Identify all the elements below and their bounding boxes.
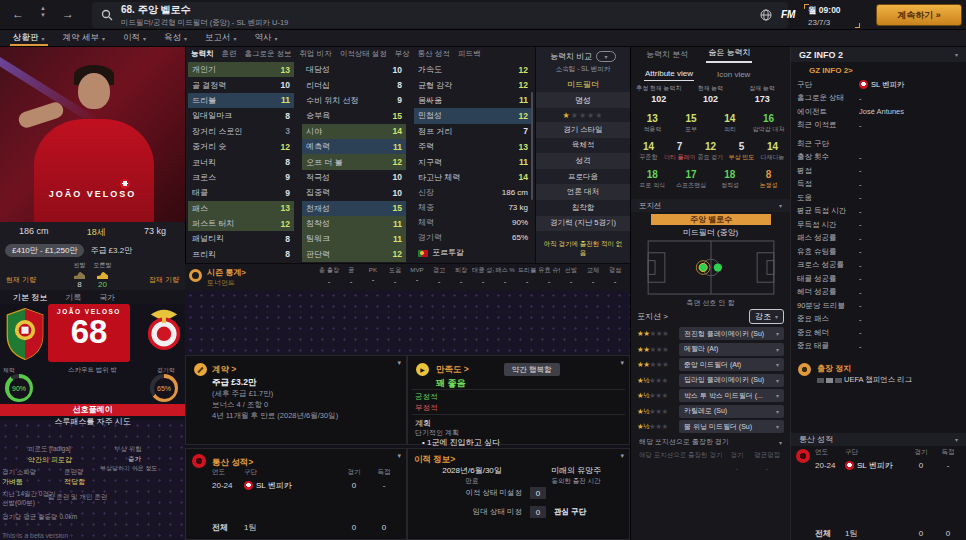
- hidden-attribute[interactable]: 5 부상 빈도: [726, 141, 757, 162]
- attribute-row[interactable]: 오프 더 볼 12: [302, 154, 406, 169]
- hidden-attribute[interactable]: 14 꾸준함: [633, 141, 664, 162]
- attribute-row[interactable]: 골 결정력 10: [188, 77, 294, 92]
- menu-item[interactable]: 이적 ▾: [114, 30, 155, 46]
- compare-dropdown[interactable]: ▾: [596, 51, 616, 62]
- attribute-row[interactable]: 태클 9: [188, 185, 294, 200]
- compare-row[interactable]: 침착함: [536, 200, 630, 216]
- attribute-row[interactable]: 패널티킥 8: [188, 231, 294, 246]
- attribute-row[interactable]: 침착성 11: [302, 216, 406, 231]
- hidden-attribute[interactable]: 12 중요 경기: [695, 141, 726, 162]
- attribute-row[interactable]: 장거리 스로인 3: [188, 124, 294, 139]
- player-info-tab[interactable]: 기본 정보: [4, 291, 56, 304]
- tab-hidden-attributes[interactable]: 숨은 능력치: [706, 45, 752, 63]
- hidden-attribute[interactable]: 13 적응력: [633, 113, 672, 134]
- role-dropdown[interactable]: 딥라잉 플레이메이커 (Su) ▾: [679, 374, 784, 387]
- menu-item[interactable]: 계약 세부 ▾: [54, 30, 114, 46]
- attributes-tab[interactable]: 능력치: [191, 49, 214, 59]
- attributes-tab[interactable]: 이적상태 설정: [340, 49, 387, 59]
- menu-item[interactable]: 역사 ▾: [245, 30, 286, 46]
- continue-button[interactable]: 계속하기 »: [876, 4, 962, 26]
- attributes-tab[interactable]: 훈련: [222, 49, 237, 59]
- role-dropdown[interactable]: 카릴레로 (Su) ▾: [679, 405, 784, 418]
- attribute-row[interactable]: 대담성 10: [302, 62, 406, 77]
- player-info-tab[interactable]: 국가: [90, 291, 124, 304]
- career-table-row[interactable]: 20-24 SL 벤피카 0 -: [212, 480, 398, 491]
- attributes-tab[interactable]: 통산 성적: [418, 49, 450, 59]
- compare-row[interactable]: 프로다움: [536, 169, 630, 185]
- attribute-row[interactable]: 승부욕 15: [302, 108, 406, 123]
- compare-row[interactable]: 성격: [536, 153, 630, 169]
- player-info-tab[interactable]: 기록: [56, 291, 90, 304]
- attributes-tab[interactable]: 부상: [395, 49, 410, 59]
- menu-item[interactable]: 보고서 ▾: [196, 30, 246, 46]
- attribute-row[interactable]: 수비 위치 선정 9: [302, 93, 406, 108]
- search-bar[interactable]: 68. 주앙 벨로수 미드필더/공격형 미드필더 (중앙) - SL 벤피카 U…: [92, 2, 788, 28]
- compare-row[interactable]: 육체적: [536, 138, 630, 154]
- hidden-attribute[interactable]: 18 정직성: [711, 169, 750, 190]
- tab-attribute-view[interactable]: Attribute view: [644, 67, 694, 81]
- chevron-down-icon[interactable]: ▾: [397, 452, 401, 460]
- roles-header-link[interactable]: 포지션 >: [637, 311, 668, 322]
- forward-icon[interactable]: →: [62, 7, 74, 21]
- attribute-row[interactable]: 점프 거리 7: [414, 124, 532, 139]
- compare-row[interactable]: 경기력 (지난 5경기): [536, 216, 630, 232]
- attribute-row[interactable]: 집중력 10: [302, 185, 406, 200]
- apps-in-position-header[interactable]: 해당 포지션으로 출장한 경기 ▾: [631, 437, 790, 447]
- hidden-attribute[interactable]: 18 프로 의식: [633, 169, 672, 190]
- season-stats-link[interactable]: 시즌 통계>: [207, 267, 246, 278]
- attribute-row[interactable]: 시야 14: [302, 124, 406, 139]
- positive-label[interactable]: 긍정적: [415, 392, 438, 402]
- attribute-row[interactable]: 퍼스트 터치 12: [188, 216, 294, 231]
- role-dropdown[interactable]: 볼 위닝 미드필더 (Su) ▾: [679, 420, 784, 433]
- attributes-tab[interactable]: 취업 비자: [300, 49, 332, 59]
- transfer-status-row[interactable]: 임대 상태 미정 0 관심 구단: [414, 506, 623, 518]
- compare-row[interactable]: 언론 대처: [536, 184, 630, 200]
- role-dropdown[interactable]: 전진형 플레이메이커 (Su) ▾: [679, 327, 784, 340]
- emphasis-dropdown[interactable]: 강조▾: [749, 309, 784, 324]
- transfer-status-row[interactable]: 이적 상태 미설정 0: [414, 487, 623, 499]
- hidden-attribute[interactable]: 8 논쟁성: [749, 169, 788, 190]
- menu-item[interactable]: 상황판 ▾: [4, 30, 54, 46]
- attribute-row[interactable]: 균형 감각 12: [414, 77, 532, 92]
- attribute-row[interactable]: 중거리 슛 12: [188, 139, 294, 154]
- role-dropdown[interactable]: 메짤라 (At) ▾: [679, 343, 784, 356]
- attribute-row[interactable]: 코너킥 8: [188, 154, 294, 169]
- attribute-row[interactable]: 일대일마크 8: [188, 108, 294, 123]
- back-icon[interactable]: ←: [12, 7, 24, 21]
- attribute-row[interactable]: 예측력 11: [302, 139, 406, 154]
- hidden-attribute[interactable]: 14 의리: [711, 113, 750, 134]
- attribute-row[interactable]: 리더십 8: [302, 77, 406, 92]
- position-section-header[interactable]: 포지션 ▾: [631, 199, 790, 212]
- attribute-row[interactable]: 타고난 체력 14: [414, 170, 532, 185]
- chevron-down-icon[interactable]: ▾: [397, 359, 401, 367]
- hidden-attribute[interactable]: 14 다재다능: [757, 141, 788, 162]
- attribute-row[interactable]: 팀워크 11: [302, 231, 406, 246]
- attribute-row[interactable]: 주력 13: [414, 139, 532, 154]
- history-dropdown-icon[interactable]: ▲▼: [40, 5, 46, 18]
- attribute-row[interactable]: 민첩성 12: [414, 108, 532, 123]
- attribute-row[interactable]: 패스 13: [188, 201, 294, 216]
- hidden-attribute[interactable]: 16 압박감 대처: [749, 113, 788, 134]
- tab-attribute-analysis[interactable]: 능력치 분석: [644, 47, 690, 63]
- compare-row[interactable]: 경기 스타일: [536, 122, 630, 138]
- gz-info-link[interactable]: GZ INFO 2>: [791, 62, 966, 78]
- attribute-row[interactable]: 판단력 12: [302, 247, 406, 262]
- role-dropdown[interactable]: 박스 투 박스 미드필더 (... ▾: [679, 389, 784, 402]
- attribute-row[interactable]: 몸싸움 11: [414, 93, 532, 108]
- attribute-row[interactable]: 드리블 11: [188, 93, 294, 108]
- contract-link[interactable]: 계약 >: [212, 364, 236, 376]
- hidden-attribute[interactable]: 15 포부: [672, 113, 711, 134]
- gz-career-header[interactable]: 통산 성적 ▾: [791, 433, 966, 446]
- attributes-scrollbar[interactable]: [531, 92, 533, 200]
- tab-icon-view[interactable]: Icon view: [716, 68, 751, 81]
- attribute-row[interactable]: 적극성 10: [302, 170, 406, 185]
- satisfaction-link[interactable]: 만족도 >: [436, 364, 469, 376]
- attribute-row[interactable]: 개인기 13: [188, 62, 294, 77]
- attributes-tab[interactable]: 홈그로운 정보: [245, 49, 292, 59]
- fame-row[interactable]: 명성: [536, 92, 630, 108]
- attribute-row[interactable]: 프리킥 8: [188, 247, 294, 262]
- attribute-row[interactable]: 천재성 15: [302, 201, 406, 216]
- attribute-row[interactable]: 크로스 9: [188, 170, 294, 185]
- gz-panel-header[interactable]: GZ INFO 2 ▾: [791, 47, 966, 62]
- role-dropdown[interactable]: 중앙 미드필더 (At) ▾: [679, 358, 784, 371]
